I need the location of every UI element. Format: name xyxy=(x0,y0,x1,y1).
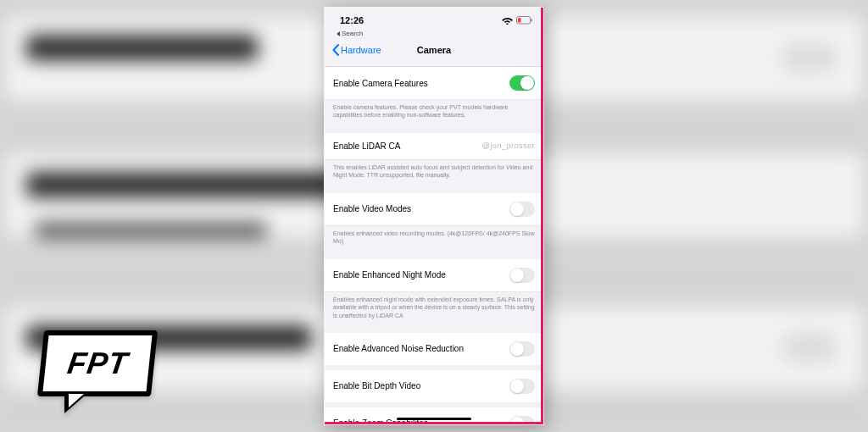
settings-row[interactable]: Enable Camera Features xyxy=(325,67,543,100)
toggle-switch[interactable] xyxy=(509,341,535,357)
settings-group: Enable Camera FeaturesEnable camera feat… xyxy=(325,67,543,128)
phone-frame: 12:26 Search Hardware Camera Enable Came… xyxy=(324,7,544,425)
home-indicator xyxy=(397,418,471,420)
toggle-switch[interactable] xyxy=(509,202,535,217)
settings-row-footer: Enables enhanced night mode with extende… xyxy=(325,292,543,328)
battery-low-icon xyxy=(516,16,533,25)
settings-row-label: Enable Enhanced Night Mode xyxy=(333,270,446,280)
settings-group: Enable Enhanced Night ModeEnables enhanc… xyxy=(325,259,543,328)
wifi-icon xyxy=(502,16,513,25)
settings-row-footer: This enables LiDAR assisted auto focus a… xyxy=(325,160,543,188)
breadcrumb-label: Search xyxy=(342,30,363,37)
settings-group: Enable Bit Depth Video xyxy=(325,370,543,402)
settings-row-label: Enable Advanced Noise Reduction xyxy=(333,344,464,353)
toggle-knob xyxy=(520,76,534,90)
fpt-logo-text: FPT xyxy=(65,346,131,381)
settings-group: Enable Zoom Capabilites xyxy=(325,407,543,425)
settings-group: Enable Advanced Noise Reduction xyxy=(325,333,543,365)
toggle-switch[interactable] xyxy=(509,379,535,394)
toggle-switch[interactable] xyxy=(509,416,535,425)
settings-row[interactable]: Enable Bit Depth Video xyxy=(325,370,543,402)
status-bar: 12:26 xyxy=(325,8,543,30)
nav-back-label: Hardware xyxy=(341,45,381,55)
settings-row-label: Enable Video Modes xyxy=(333,204,411,213)
toggle-knob xyxy=(510,379,524,393)
settings-group: Enable Video ModesEnables enhanced video… xyxy=(325,193,543,254)
settings-row[interactable]: Enable Enhanced Night Mode xyxy=(325,259,543,292)
fpt-logo: FPT xyxy=(41,330,154,396)
toggle-switch[interactable] xyxy=(509,75,535,91)
settings-list: Enable Camera FeaturesEnable camera feat… xyxy=(325,67,543,425)
svg-rect-2 xyxy=(518,18,521,23)
toggle-knob xyxy=(510,202,524,216)
settings-row-label: Enable Bit Depth Video xyxy=(333,381,420,390)
chevron-left-icon xyxy=(337,31,340,36)
toggle-knob xyxy=(510,417,524,425)
svg-rect-1 xyxy=(531,19,533,22)
watermark-handle: @jon_prosser xyxy=(482,141,535,150)
settings-row[interactable]: Enable Advanced Noise Reduction xyxy=(325,333,543,365)
settings-row-footer: Enables enhanced video recording modes. … xyxy=(325,226,543,254)
status-time: 12:26 xyxy=(340,15,364,25)
settings-group: Enable LiDAR CA@jon_prosserThis enables … xyxy=(325,133,543,188)
settings-row[interactable]: Enable LiDAR CA@jon_prosser xyxy=(325,133,543,160)
breadcrumb-back-search[interactable]: Search xyxy=(325,30,543,39)
settings-row[interactable]: Enable Video Modes xyxy=(325,193,543,226)
chevron-left-icon xyxy=(331,44,340,56)
toggle-knob xyxy=(510,342,524,356)
nav-bar: Hardware Camera xyxy=(325,39,543,67)
toggle-knob xyxy=(510,269,524,282)
settings-row-footer: Enable camera features. Please check you… xyxy=(325,100,543,128)
toggle-switch[interactable] xyxy=(509,268,535,283)
settings-row-label: Enable Camera Features xyxy=(333,79,428,88)
nav-back-button[interactable]: Hardware xyxy=(331,44,381,56)
settings-row[interactable]: Enable Zoom Capabilites xyxy=(325,407,543,425)
settings-row-label: Enable LiDAR CA xyxy=(333,141,400,151)
